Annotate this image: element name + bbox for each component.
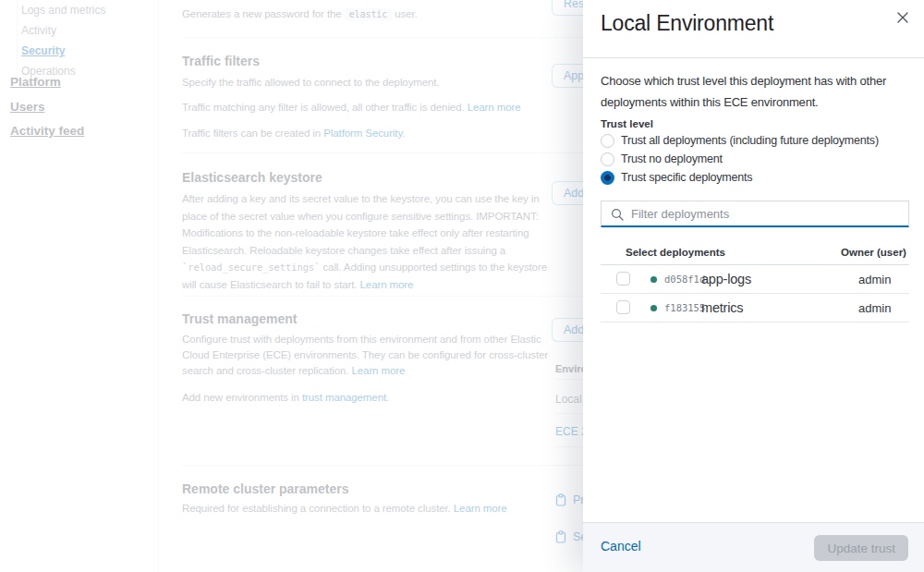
radio-trust-specific-deployments[interactable]: Trust specific deployments: [601, 169, 752, 186]
flyout-title: Local Environment: [601, 11, 773, 36]
radio-trust-all-deployments[interactable]: Trust all deployments (including future …: [601, 132, 879, 149]
deployment-owner: admin: [858, 301, 891, 315]
col-select-deployments: Select deployments: [626, 247, 725, 258]
radio-circle-icon: [601, 152, 614, 166]
search-icon: [611, 208, 625, 222]
deployments-table-header: Select deployments Owner (user): [601, 243, 909, 265]
deployment-name: app-logs: [701, 272, 751, 286]
radio-circle-icon: [601, 134, 614, 148]
divider: [583, 57, 924, 58]
radio-circle-icon: [601, 171, 614, 185]
filter-deployments-search: [601, 201, 909, 227]
close-icon: [897, 12, 908, 23]
deployment-row-metrics[interactable]: f183155 metrics admin: [601, 294, 909, 323]
filter-deployments-input[interactable]: [631, 201, 905, 225]
deployment-row-app-logs[interactable]: d058f1d app-logs admin: [601, 265, 909, 294]
row-checkbox[interactable]: [616, 272, 630, 286]
page: Logs and metrics Activity Security Opera…: [0, 0, 924, 572]
flyout-intro-text: Choose which trust level this deployment…: [601, 70, 913, 113]
radio-trust-no-deployment[interactable]: Trust no deployment: [601, 151, 723, 167]
col-owner-user: Owner (user): [841, 247, 906, 258]
deployment-owner: admin: [858, 273, 891, 286]
close-flyout-button[interactable]: [893, 7, 913, 28]
health-dot-icon: [650, 276, 657, 283]
local-environment-flyout: Local Environment Choose which trust lev…: [583, 0, 924, 572]
row-checkbox[interactable]: [616, 300, 630, 314]
deployment-id: d058f1d: [664, 274, 705, 285]
flyout-footer: Cancel Update trust: [583, 522, 924, 572]
health-dot-icon: [650, 305, 657, 311]
deployment-name: metrics: [701, 300, 743, 315]
cancel-button[interactable]: Cancel: [601, 539, 641, 554]
update-trust-button[interactable]: Update trust: [814, 535, 908, 561]
deployment-id: f183155: [664, 302, 705, 313]
trust-level-label: Trust level: [601, 118, 653, 129]
